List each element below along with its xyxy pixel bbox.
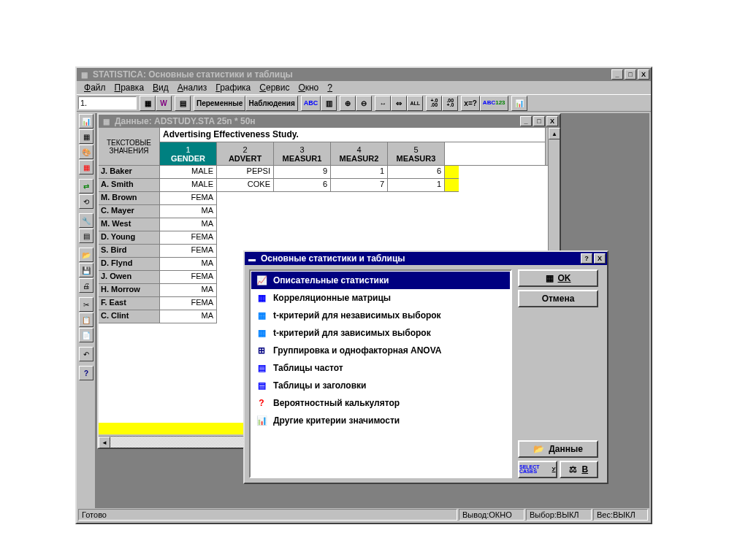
row-header[interactable]: S. Bird: [99, 245, 160, 258]
side-copy-icon[interactable]: 📋: [79, 312, 94, 327]
row-header[interactable]: H. Morrow: [99, 284, 160, 297]
menu-view[interactable]: Вид: [148, 83, 173, 93]
list-item[interactable]: ▦t-критерий для зависимых выборок: [251, 324, 510, 342]
select-cases-button[interactable]: SELECT CASES У: [518, 461, 557, 478]
list-item[interactable]: ▤Таблицы и заголовки: [251, 377, 510, 394]
col-header-measur2[interactable]: 4MEASUR2: [331, 142, 388, 165]
cell[interactable]: FEMA: [160, 245, 217, 258]
cell[interactable]: 1: [388, 179, 445, 192]
list-item[interactable]: ?Вероятностный калькулятор: [251, 394, 510, 412]
list-item[interactable]: ▦t-критерий для независимых выборок: [251, 307, 510, 324]
cell[interactable]: FEMA: [160, 192, 217, 205]
tb-obs-button[interactable]: Наблюдения: [245, 96, 297, 111]
col-header-measur1[interactable]: 3MEASUR1: [274, 142, 331, 165]
tb-width1-icon[interactable]: ↔: [375, 96, 391, 111]
side-vars-icon[interactable]: ▦: [79, 129, 94, 144]
cell[interactable]: PEPSI: [217, 166, 274, 179]
stats-listbox[interactable]: 📈Описательные статистики▦Корреляционные …: [249, 269, 512, 478]
col-header-gender[interactable]: 1GENDER: [160, 142, 217, 165]
menu-help[interactable]: ?: [323, 83, 337, 93]
side-paste-icon[interactable]: 📄: [79, 328, 94, 342]
ok-button[interactable]: ▦ OK: [518, 269, 598, 287]
cell-input[interactable]: [78, 96, 137, 110]
cell[interactable]: 6: [274, 179, 331, 192]
side-save-icon[interactable]: 💾: [79, 263, 94, 277]
cell[interactable]: MA: [160, 218, 217, 231]
cell[interactable]: COKE: [217, 179, 274, 192]
cell[interactable]: MA: [160, 258, 217, 271]
list-item[interactable]: 📈Описательные статистики: [251, 272, 510, 289]
list-item[interactable]: ▦Корреляционные матрицы: [251, 289, 510, 307]
cell[interactable]: 9: [274, 166, 331, 179]
menu-graphics[interactable]: Графика: [211, 83, 255, 93]
cell[interactable]: MA: [160, 310, 217, 323]
side-toolbox-icon[interactable]: 🔧: [79, 213, 94, 228]
side-open-icon[interactable]: 📂: [79, 248, 94, 262]
tb-calc-icon[interactable]: x=?: [461, 96, 480, 111]
tb-width3-icon[interactable]: ALL: [407, 96, 423, 111]
col-header-advert[interactable]: 2ADVERT: [217, 142, 274, 165]
tb-format-icon[interactable]: ABC123: [480, 96, 508, 111]
tb-chart-icon[interactable]: 📊: [511, 96, 527, 111]
tb-zoomout-icon[interactable]: ⊖: [356, 96, 372, 111]
dialog-close-button[interactable]: X: [594, 253, 606, 264]
cell[interactable]: 1: [331, 166, 388, 179]
cancel-button[interactable]: Отмена: [518, 290, 598, 307]
row-header[interactable]: D. Flynd: [99, 258, 160, 271]
tb-abc-icon[interactable]: ABC: [301, 96, 321, 111]
row-header[interactable]: C. Clint: [99, 310, 160, 323]
side-print-icon[interactable]: 🖨: [79, 278, 94, 293]
col-header-measur3[interactable]: 5MEASUR3: [388, 142, 445, 165]
data-minimize-button[interactable]: _: [520, 116, 532, 126]
tb-dec-inc-icon[interactable]: .00+.0: [442, 96, 458, 111]
maximize-button[interactable]: □: [625, 69, 636, 80]
side-select-icon[interactable]: ⇄: [79, 179, 94, 193]
menu-edit[interactable]: Правка: [110, 83, 149, 93]
data-button[interactable]: 📂 Данные: [518, 440, 598, 458]
row-header[interactable]: M. Brown: [99, 192, 160, 205]
list-item[interactable]: ▤Таблицы частот: [251, 359, 510, 377]
row-header[interactable]: M. West: [99, 218, 160, 231]
row-header[interactable]: C. Mayer: [99, 205, 160, 218]
cell[interactable]: MALE: [160, 179, 217, 192]
data-close-button[interactable]: X: [546, 116, 558, 126]
menu-service[interactable]: Сервис: [255, 83, 294, 93]
side-replace-icon[interactable]: ⟲: [79, 194, 94, 209]
side-help-icon[interactable]: ?: [79, 366, 94, 380]
menu-window[interactable]: Окно: [294, 83, 323, 93]
close-button[interactable]: X: [638, 69, 649, 80]
side-grid2-icon[interactable]: ▤: [79, 229, 94, 243]
cell[interactable]: MA: [160, 284, 217, 297]
minimize-button[interactable]: _: [611, 69, 623, 80]
weight-button[interactable]: ⚖ В: [560, 461, 599, 478]
cell[interactable]: 7: [331, 179, 388, 192]
list-item[interactable]: 📊Другие критерии значимости: [251, 412, 510, 429]
cell[interactable]: FEMA: [160, 231, 217, 245]
row-header[interactable]: J. Baker: [99, 166, 160, 179]
cell[interactable]: MA: [160, 205, 217, 218]
cell[interactable]: FEMA: [160, 297, 217, 310]
side-undo-icon[interactable]: ↶: [79, 347, 94, 361]
side-cut-icon[interactable]: ✂: [79, 297, 94, 312]
tb-windows-icon[interactable]: ▦: [140, 96, 156, 111]
data-maximize-button[interactable]: □: [533, 116, 545, 126]
tb-table-icon[interactable]: ▥: [321, 96, 337, 111]
row-header[interactable]: A. Smith: [99, 179, 160, 192]
row-header[interactable]: J. Owen: [99, 271, 160, 284]
grid-topleft[interactable]: ТЕКСТОВЫЕ ЗНАЧЕНИЯ: [99, 128, 160, 166]
cell[interactable]: MALE: [160, 166, 217, 179]
scroll-left-icon[interactable]: ◄: [99, 437, 110, 448]
tb-width2-icon[interactable]: ⇔: [391, 96, 407, 111]
dialog-help-button[interactable]: ?: [581, 253, 592, 264]
tb-inc-dec-icon[interactable]: +.0.00: [426, 96, 442, 111]
side-chart-icon[interactable]: 📊: [79, 114, 94, 129]
cell[interactable]: 6: [388, 166, 445, 179]
tb-w-icon[interactable]: W: [156, 96, 172, 111]
tb-grid-icon[interactable]: ▤: [175, 96, 191, 111]
row-header[interactable]: F. East: [99, 297, 160, 310]
side-grid-icon[interactable]: ▦: [79, 160, 94, 174]
tb-vars-button[interactable]: Переменные: [194, 96, 245, 111]
menu-analysis[interactable]: Анализ: [173, 83, 212, 93]
tb-zoomin-icon[interactable]: ⊕: [340, 96, 356, 111]
list-item[interactable]: ⊞Группировка и однофакторная ANOVA: [251, 342, 510, 359]
